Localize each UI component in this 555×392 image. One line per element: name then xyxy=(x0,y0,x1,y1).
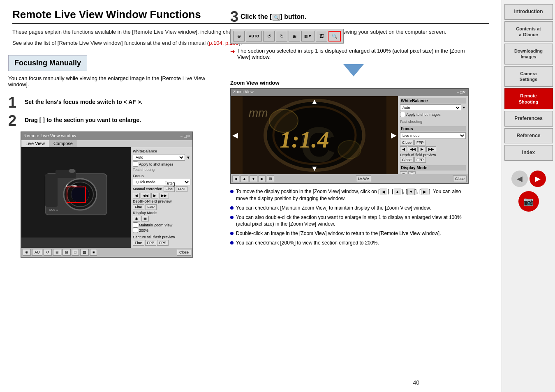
rlv-bottom-bar: ⊕ AU ↺ ⊞ ⊟ □ ▦ ■ Close xyxy=(21,248,192,257)
zoom-display-section: Display Mode ◉ ☰ Maintain Zoom View 200% xyxy=(400,165,466,174)
rlv-wb-select[interactable]: Auto xyxy=(133,154,185,161)
tb-auto[interactable]: AUTO xyxy=(246,31,262,42)
bullet-item: You can checkmark [200%] to view the sec… xyxy=(230,240,469,247)
zoom-nav-top-icon[interactable]: ▲ xyxy=(311,97,318,106)
zoom-f3[interactable]: ▶ xyxy=(419,146,426,152)
rlv-apply-checkbox[interactable] xyxy=(133,161,138,167)
bullet-dot xyxy=(230,206,234,210)
rlv-bb7[interactable]: ▦ xyxy=(80,249,89,256)
zoom-mode-select[interactable]: Live mode xyxy=(400,132,466,139)
zoom-nav-right-icon[interactable]: ▶ xyxy=(391,131,397,140)
rlv-dof-fine[interactable]: Fine xyxy=(133,204,144,210)
section-title: Focusing Manually xyxy=(14,59,81,67)
zoom-bb-down[interactable]: ▼ xyxy=(250,175,257,182)
rlv-cap-fine[interactable]: Fine xyxy=(133,240,144,246)
rlv-cap-fpp[interactable]: FPP xyxy=(145,240,157,246)
camera-nav-icon[interactable]: 📷 xyxy=(518,191,539,212)
tb-image[interactable]: 🖼 xyxy=(316,31,327,42)
rlv-bb3[interactable]: ↺ xyxy=(44,249,52,256)
rlv-fast-btn[interactable]: ▶▶ xyxy=(159,193,169,198)
bullet-item: You can also double-click the section yo… xyxy=(230,214,469,228)
prev-page-arrow[interactable]: ◀ xyxy=(511,171,528,187)
zoom-dof-close[interactable]: Close xyxy=(400,157,414,163)
main-content: Remote Live View Window Functions These … xyxy=(0,0,502,392)
rlv-disp-b[interactable]: ☰ xyxy=(141,216,149,221)
nav-left-icon: ◀ xyxy=(380,189,387,195)
rlv-mode-select[interactable]: Quick mode xyxy=(133,179,190,185)
zoom-titlebar: Zoom View －□✕ xyxy=(231,89,468,96)
zoom-fpp-btn[interactable]: FPP xyxy=(414,140,426,145)
rlv-fpp-btn[interactable]: FPP xyxy=(176,186,187,192)
tb-redo[interactable]: ↻ xyxy=(276,31,287,42)
rlv-titlebar-buttons: －□✕ xyxy=(179,133,190,139)
tb-crosshair[interactable]: ⊕ xyxy=(233,31,245,42)
step-3-header: 3 Click the [🔍] button. xyxy=(230,8,477,25)
drag-label: Drag xyxy=(164,181,175,187)
sidebar-item-downloading[interactable]: DownloadingImages xyxy=(504,44,553,65)
svg-point-8 xyxy=(69,169,75,173)
rlv-200-checkbox[interactable] xyxy=(133,228,138,233)
rlv-focus-section: Focus Quick mode Manual correction Fine … xyxy=(133,174,190,233)
tb-display[interactable]: ▦▼ xyxy=(301,31,314,42)
rlv-cap-fps[interactable]: FPS xyxy=(157,240,169,246)
zoom-image-area: ◀ ▶ ▲ ▼ mm xyxy=(231,96,398,174)
zoom-nav-buttons: ◀ ▲ ▼ ▶ ⊞ xyxy=(232,175,274,182)
bullet-dot xyxy=(230,190,234,193)
sidebar-item-contents[interactable]: Contents ata Glance xyxy=(504,21,553,42)
zoom-f2[interactable]: ◀◀ xyxy=(408,146,418,152)
rlv-bb1[interactable]: ⊕ xyxy=(23,249,31,256)
zoom-dof-fpp[interactable]: FPP xyxy=(414,157,426,163)
sidebar-item-reference[interactable]: Reference xyxy=(504,128,553,144)
svg-rect-2 xyxy=(45,174,58,207)
zoom-apply-cb[interactable] xyxy=(400,112,405,117)
rlv-tab-liveview[interactable]: Live View xyxy=(21,140,49,147)
zoom-close-main[interactable]: Close xyxy=(453,175,467,182)
rlv-slow-btn[interactable]: ◀◀ xyxy=(141,193,150,198)
rlv-body: Canon EOS 1 WhiteBalance Auto xyxy=(21,147,192,248)
rlv-next-btn[interactable]: ▶ xyxy=(151,193,158,198)
rlv-fine-btn[interactable]: Fine xyxy=(164,186,175,192)
camera-image: Canon EOS 1 xyxy=(43,161,109,223)
sidebar-item-index[interactable]: Index xyxy=(504,145,553,161)
rlv-prev-btn[interactable]: ◀ xyxy=(133,193,140,198)
zoom-f1[interactable]: ◀ xyxy=(400,146,407,152)
zoom-bb-right[interactable]: ▶ xyxy=(259,175,266,182)
rlv-tab-compose[interactable]: Compose xyxy=(49,140,77,147)
zoom-bb-up[interactable]: ▲ xyxy=(240,175,248,182)
zoom-nav-left-icon[interactable]: ◀ xyxy=(232,131,238,140)
zoom-wb-select[interactable]: Auto xyxy=(400,104,461,111)
zoom-bb-left[interactable]: ◀ xyxy=(232,175,239,182)
rlv-disp-a[interactable]: ◉ xyxy=(133,216,140,221)
toolbar-mockup: ⊕ AUTO ↺ ↻ ⊞ ▦▼ 🖼 🔍 xyxy=(230,29,344,44)
next-page-arrow[interactable]: ▶ xyxy=(530,171,546,187)
rlv-bb6[interactable]: □ xyxy=(72,249,79,256)
zoom-wb-title: WhiteBalance xyxy=(400,98,466,104)
zoom-bb-extra[interactable]: ⊞ xyxy=(267,175,274,182)
bullet-dot xyxy=(230,216,234,219)
zoom-close-btn[interactable]: Close xyxy=(400,140,414,145)
rlv-close[interactable]: Close xyxy=(177,249,191,256)
step-1: 1 Set the lens's focus mode switch to < … xyxy=(8,95,226,110)
zoom-body: ◀ ▶ ▲ ▼ mm xyxy=(231,96,468,174)
tb-grid[interactable]: ⊞ xyxy=(289,31,300,42)
sidebar-item-introduction[interactable]: Introduction xyxy=(504,4,553,20)
zoom-nav-bottom-icon[interactable]: ▼ xyxy=(311,164,318,173)
zoom-lv-wv[interactable]: LV:WV xyxy=(356,175,371,182)
rlv-bb2[interactable]: AU xyxy=(32,249,42,256)
rlv-bb8[interactable]: ■ xyxy=(90,249,97,256)
zoom-f4[interactable]: ▶▶ xyxy=(426,146,436,152)
sidebar-item-remote-shooting[interactable]: RemoteShooting xyxy=(504,88,553,109)
search-icon: 🔍 xyxy=(273,14,280,21)
sidebar-item-preferences[interactable]: Preferences xyxy=(504,111,553,127)
tb-undo[interactable]: ↺ xyxy=(263,31,275,42)
sidebar-item-camera-settings[interactable]: CameraSettings xyxy=(504,66,553,87)
rlv-maintain-checkbox[interactable] xyxy=(133,222,138,228)
rlv-bb4[interactable]: ⊞ xyxy=(53,249,61,256)
rlv-dof-fpp[interactable]: FPP xyxy=(146,204,157,210)
tb-search-highlighted[interactable]: 🔍 xyxy=(328,31,341,42)
zoom-fast-section: Fast shooting xyxy=(400,120,466,124)
rlv-bb5[interactable]: ⊟ xyxy=(62,249,71,256)
zoom-disp-a[interactable]: ◉ xyxy=(400,171,407,174)
zoom-disp-b[interactable]: ☰ xyxy=(408,171,416,174)
rlv-panel: WhiteBalance Auto ▼ Apply to shot images… xyxy=(131,147,192,248)
